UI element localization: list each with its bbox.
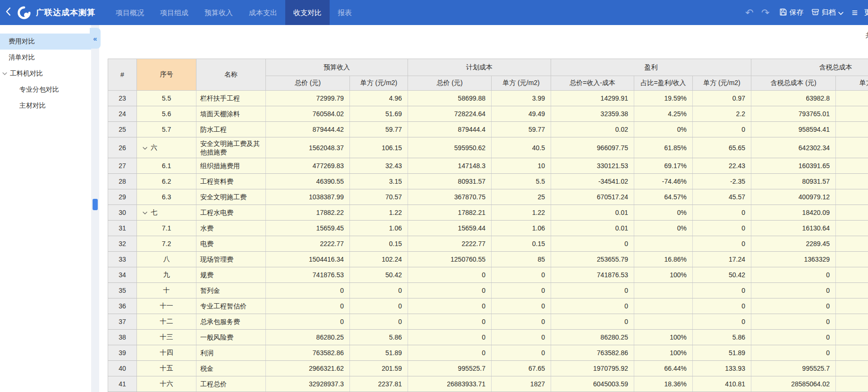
- taxcost-unit-cell[interactable]: [836, 361, 868, 376]
- cost-unit-cell[interactable]: 0: [492, 330, 551, 345]
- profit-unit-cell[interactable]: 65.65: [693, 137, 751, 158]
- row-number-cell[interactable]: 41: [108, 376, 137, 392]
- profit-unit-cell[interactable]: 0.97: [693, 91, 751, 106]
- sequence-cell[interactable]: 十二: [137, 314, 196, 330]
- sequence-cell[interactable]: 六: [137, 137, 196, 158]
- taxcost-unit-cell[interactable]: [836, 122, 868, 137]
- cost-unit-cell[interactable]: 0: [492, 267, 551, 283]
- name-cell[interactable]: 暂列金: [196, 283, 266, 298]
- cost-total-cell[interactable]: 26883933.71: [408, 376, 492, 392]
- more-button[interactable]: 更多: [864, 8, 868, 17]
- profit-ratio-cell[interactable]: 0%: [634, 122, 693, 137]
- sequence-cell[interactable]: 6.1: [137, 158, 196, 174]
- row-number-cell[interactable]: 36: [108, 298, 137, 314]
- row-number-cell[interactable]: 33: [108, 252, 137, 267]
- income-total-cell[interactable]: 2966321.62: [266, 361, 350, 376]
- income-unit-cell[interactable]: 32.43: [350, 158, 408, 174]
- income-total-cell[interactable]: 2222.77: [266, 236, 350, 252]
- income-unit-cell[interactable]: 1.06: [350, 221, 408, 236]
- taxcost-total-cell[interactable]: 0: [751, 298, 836, 314]
- sequence-cell[interactable]: 十四: [137, 345, 196, 361]
- name-cell[interactable]: 利润: [196, 345, 266, 361]
- profit-total-cell[interactable]: 0: [551, 314, 634, 330]
- income-unit-cell[interactable]: 2237.81: [350, 376, 408, 392]
- income-unit-cell[interactable]: 50.42: [350, 267, 408, 283]
- cost-unit-cell[interactable]: 67.65: [492, 361, 551, 376]
- cost-total-cell[interactable]: 17882.21: [408, 205, 492, 221]
- cost-unit-cell[interactable]: 3.99: [492, 91, 551, 106]
- row-number-cell[interactable]: 27: [108, 158, 137, 174]
- taxcost-total-cell[interactable]: 958594.41: [751, 122, 836, 137]
- taxcost-total-cell[interactable]: 63982.8: [751, 91, 836, 106]
- taxcost-unit-cell[interactable]: [836, 236, 868, 252]
- taxcost-unit-cell[interactable]: [836, 174, 868, 189]
- sequence-cell[interactable]: 5.6: [137, 106, 196, 122]
- row-number-cell[interactable]: 24: [108, 106, 137, 122]
- cost-total-cell[interactable]: 0: [408, 267, 492, 283]
- taxcost-total-cell[interactable]: 18420.09: [751, 205, 836, 221]
- sequence-cell[interactable]: 7.1: [137, 221, 196, 236]
- row-number-cell[interactable]: 39: [108, 345, 137, 361]
- cost-unit-cell[interactable]: 5.5: [492, 174, 551, 189]
- row-expand-chevron-icon[interactable]: [143, 144, 147, 151]
- cost-total-cell[interactable]: 879444.4: [408, 122, 492, 137]
- taxcost-total-cell[interactable]: 28585064.02: [751, 376, 836, 392]
- row-number-cell[interactable]: 31: [108, 221, 137, 236]
- taxcost-unit-cell[interactable]: [836, 252, 868, 267]
- income-unit-cell[interactable]: 3.15: [350, 174, 408, 189]
- taxcost-total-cell[interactable]: 995525.7: [751, 361, 836, 376]
- row-number-cell[interactable]: 34: [108, 267, 137, 283]
- taxcost-unit-cell[interactable]: [836, 345, 868, 361]
- cost-unit-cell[interactable]: 0: [492, 345, 551, 361]
- profit-total-cell[interactable]: 0: [551, 298, 634, 314]
- profit-unit-cell[interactable]: 45.57: [693, 189, 751, 205]
- profit-unit-cell[interactable]: 0: [693, 314, 751, 330]
- profit-ratio-cell[interactable]: 66.44%: [634, 361, 693, 376]
- row-number-cell[interactable]: 32: [108, 236, 137, 252]
- profit-unit-cell[interactable]: 51.89: [693, 345, 751, 361]
- row-number-cell[interactable]: 23: [108, 91, 137, 106]
- cost-total-cell[interactable]: 0: [408, 283, 492, 298]
- archive-button[interactable]: 归档: [811, 8, 843, 17]
- taxcost-unit-cell[interactable]: [836, 330, 868, 345]
- cost-total-cell[interactable]: 595950.62: [408, 137, 492, 158]
- profit-total-cell[interactable]: 966097.75: [551, 137, 634, 158]
- back-button[interactable]: [0, 0, 16, 25]
- profit-ratio-cell[interactable]: 0%: [634, 221, 693, 236]
- profit-unit-cell[interactable]: 5.86: [693, 330, 751, 345]
- income-unit-cell[interactable]: 1.22: [350, 205, 408, 221]
- sequence-cell[interactable]: 八: [137, 252, 196, 267]
- cost-unit-cell[interactable]: 1827: [492, 376, 551, 392]
- cost-total-cell[interactable]: 0: [408, 298, 492, 314]
- income-total-cell[interactable]: 1038387.99: [266, 189, 350, 205]
- income-unit-cell[interactable]: 0.15: [350, 236, 408, 252]
- cost-total-cell[interactable]: 80931.57: [408, 174, 492, 189]
- name-cell[interactable]: 专业工程暂估价: [196, 298, 266, 314]
- taxcost-total-cell[interactable]: 0: [751, 267, 836, 283]
- profit-total-cell[interactable]: -34541.02: [551, 174, 634, 189]
- sequence-cell[interactable]: 十一: [137, 298, 196, 314]
- taxcost-unit-cell[interactable]: [836, 267, 868, 283]
- cost-total-cell[interactable]: 1250760.55: [408, 252, 492, 267]
- cost-unit-cell[interactable]: 0: [492, 283, 551, 298]
- profit-ratio-cell[interactable]: 61.85%: [634, 137, 693, 158]
- sequence-cell[interactable]: 5.7: [137, 122, 196, 137]
- name-cell[interactable]: 总承包服务费: [196, 314, 266, 330]
- income-total-cell[interactable]: 72999.79: [266, 91, 350, 106]
- name-cell[interactable]: 安全文明施工费: [196, 189, 266, 205]
- income-total-cell[interactable]: 0: [266, 314, 350, 330]
- name-cell[interactable]: 防水工程: [196, 122, 266, 137]
- profit-unit-cell[interactable]: 133.93: [693, 361, 751, 376]
- cost-unit-cell[interactable]: 25: [492, 189, 551, 205]
- taxcost-unit-cell[interactable]: [836, 376, 868, 392]
- profit-total-cell[interactable]: 0.02: [551, 122, 634, 137]
- cost-unit-cell[interactable]: 1.22: [492, 205, 551, 221]
- name-cell[interactable]: 工程总价: [196, 376, 266, 392]
- undo-button[interactable]: ↶: [743, 7, 756, 18]
- income-total-cell[interactable]: 0: [266, 298, 350, 314]
- cost-unit-cell[interactable]: 85: [492, 252, 551, 267]
- row-number-cell[interactable]: 37: [108, 314, 137, 330]
- tab-project-overview[interactable]: 项目概况: [108, 0, 152, 25]
- taxcost-unit-cell[interactable]: [836, 298, 868, 314]
- row-number-cell[interactable]: 26: [108, 137, 137, 158]
